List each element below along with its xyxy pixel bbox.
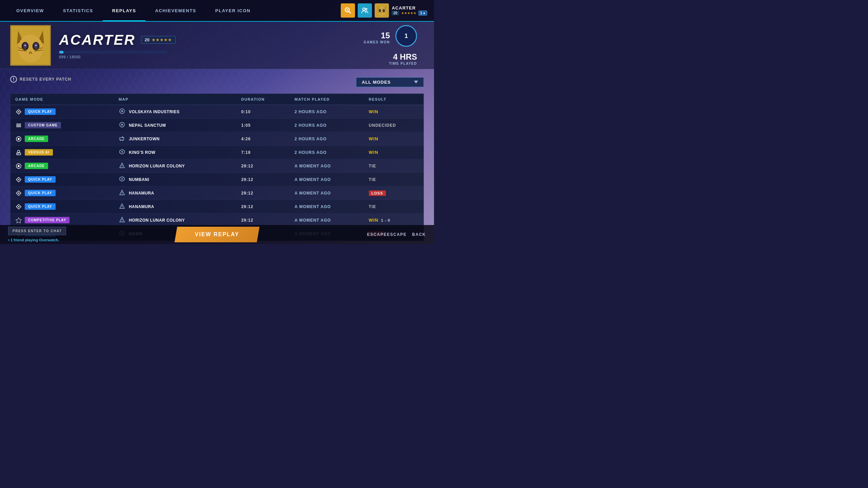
tab-replays[interactable]: REPLAYS bbox=[103, 0, 146, 21]
game-mode-cell: QUICK PLAY bbox=[11, 200, 114, 214]
mode-cell: QUICK PLAY bbox=[15, 203, 109, 210]
map-name: HORIZON LUNAR COLONY bbox=[129, 218, 185, 223]
result-cell: TIE bbox=[364, 173, 423, 186]
profile-avatar bbox=[10, 25, 51, 66]
game-mode-cell: ARCADE bbox=[11, 159, 114, 173]
main-content: ! RESETS EVERY PATCH ALL MODES GAME MODE… bbox=[0, 69, 434, 244]
table-row[interactable]: ARCADE HORIZON LUNAR COLONY 29:12A MOMEN… bbox=[11, 159, 423, 173]
map-name: NEPAL SANCTUM bbox=[129, 123, 166, 128]
profile-xp-text: 699 / 18500 bbox=[59, 55, 364, 59]
game-mode-cell: QUICK PLAY bbox=[11, 105, 114, 119]
tab-overview[interactable]: OVERVIEW bbox=[7, 0, 54, 21]
svg-marker-63 bbox=[18, 192, 20, 194]
tab-player-icon[interactable]: PLAYER ICON bbox=[206, 0, 260, 21]
duration-cell: 29:12 bbox=[236, 159, 290, 173]
resets-row: ! RESETS EVERY PATCH ALL MODES bbox=[10, 76, 424, 88]
nav-stars: ★★★★★ bbox=[401, 11, 416, 15]
result-tie: TIE bbox=[369, 177, 376, 182]
col-match-played: MATCH PLAYED bbox=[290, 94, 364, 105]
svg-point-61 bbox=[121, 178, 123, 180]
rank-number: 1 bbox=[405, 33, 408, 40]
nav-level-row: 20 ★★★★★ 1 ● bbox=[392, 11, 427, 16]
map-type-icon bbox=[119, 176, 125, 183]
map-cell: VOLSKAYA INDUSTRIES bbox=[114, 105, 237, 119]
duration-cell: 0:10 bbox=[236, 105, 290, 119]
svg-point-53 bbox=[121, 151, 123, 153]
map-cell: NEPAL SANCTUM bbox=[114, 119, 237, 132]
svg-point-46 bbox=[120, 140, 121, 141]
mode-cell: ARCADE bbox=[15, 163, 109, 169]
mode-icon bbox=[15, 203, 22, 210]
svg-point-15 bbox=[383, 10, 384, 11]
svg-point-4 bbox=[363, 8, 365, 11]
map-cell: KING'S ROW bbox=[114, 146, 237, 159]
duration-cell: 4:26 bbox=[236, 132, 290, 146]
map-cell-inner: NEPAL SANCTUM bbox=[119, 121, 232, 129]
map-type-icon bbox=[119, 108, 125, 116]
mode-icon bbox=[15, 136, 22, 142]
table-row[interactable]: CUSTOM GAME NEPAL SANCTUM 1:052 HOURS AG… bbox=[11, 119, 423, 132]
friends-icon bbox=[361, 7, 369, 14]
mode-filter-label: ALL MODES bbox=[362, 80, 391, 85]
replays-table-container: GAME MODE MAP DURATION MATCH PLAYED RESU… bbox=[10, 94, 424, 241]
map-cell-inner: HORIZON LUNAR COLONY bbox=[119, 216, 232, 224]
mode-badge: QUICK PLAY bbox=[25, 176, 56, 183]
result-tie: TIE bbox=[369, 204, 376, 209]
game-mode-cell: QUICK PLAY bbox=[11, 173, 114, 186]
match-played-cell: 2 HOURS AGO bbox=[290, 105, 364, 119]
table-row[interactable]: QUICK PLAY HANAMURA 29:12A MOMENT AGOLOS… bbox=[11, 186, 423, 200]
svg-point-29 bbox=[35, 44, 37, 46]
table-row[interactable]: VERSUS AI KING'S ROW 7:182 HOURS AGOWIN bbox=[11, 146, 423, 159]
chevron-down-icon bbox=[414, 81, 418, 83]
duration-cell: 29:12 bbox=[236, 186, 290, 200]
friends-icon-button[interactable] bbox=[358, 3, 372, 18]
mode-icon bbox=[15, 190, 22, 197]
result-win: WIN bbox=[369, 109, 378, 114]
map-type-icon bbox=[119, 216, 125, 224]
result-cell: WIN bbox=[364, 146, 423, 159]
duration-cell: 1:05 bbox=[236, 119, 290, 132]
mode-cell: QUICK PLAY bbox=[15, 190, 109, 197]
resets-text: RESETS EVERY PATCH bbox=[20, 77, 71, 82]
svg-point-14 bbox=[380, 10, 380, 11]
search-icon-button[interactable] bbox=[341, 3, 355, 18]
svg-point-55 bbox=[18, 165, 20, 167]
tab-achievements[interactable]: ACHIEVEMENTS bbox=[145, 0, 205, 21]
games-won-number: 15 bbox=[364, 31, 390, 40]
svg-point-49 bbox=[18, 150, 20, 152]
time-played-stat: 4 HRS TIME PLAYED bbox=[364, 52, 417, 65]
top-nav: OVERVIEW STATISTICS REPLAYS ACHIEVEMENTS… bbox=[0, 0, 434, 22]
table-row[interactable]: ARCADE JUNKERTOWN 4:262 HOURS AGOWIN bbox=[11, 132, 423, 146]
duration-cell: 7:18 bbox=[236, 146, 290, 159]
map-type-icon bbox=[119, 148, 125, 156]
tab-statistics[interactable]: STATISTICS bbox=[54, 0, 103, 21]
map-name: HORIZON LUNAR COLONY bbox=[129, 164, 185, 168]
mode-icon bbox=[15, 149, 22, 156]
press-enter-chat-button[interactable]: PRESS ENTER TO CHAT bbox=[8, 227, 66, 235]
duration-cell: 29:12 bbox=[236, 173, 290, 186]
xp-bar-background bbox=[59, 51, 167, 54]
table-row[interactable]: QUICK PLAY NUMBANI 29:12A MOMENT AGOTIE bbox=[11, 173, 423, 186]
search-icon bbox=[344, 7, 352, 14]
svg-point-69 bbox=[122, 207, 122, 208]
table-row[interactable]: QUICK PLAY VOLSKAYA INDUSTRIES 0:102 HOU… bbox=[11, 105, 423, 119]
rank-circle: 1 bbox=[395, 25, 417, 47]
mode-badge: QUICK PLAY bbox=[25, 190, 56, 196]
xp-bar-container: 699 / 18500 bbox=[59, 51, 364, 59]
nav-avatar bbox=[375, 3, 389, 18]
map-cell: HANAMURA bbox=[114, 186, 237, 200]
escape-button[interactable]: ESCAPE bbox=[367, 232, 407, 237]
col-game-mode: GAME MODE bbox=[11, 94, 114, 105]
view-replay-button[interactable]: VIEW REPLAY bbox=[175, 227, 260, 242]
back-button[interactable]: BACK bbox=[412, 232, 426, 237]
xp-bar-fill bbox=[59, 51, 63, 54]
table-row[interactable]: QUICK PLAY HANAMURA 29:12A MOMENT AGOTIE bbox=[11, 200, 423, 214]
result-tie: TIE bbox=[369, 164, 376, 168]
mode-filter-dropdown[interactable]: ALL MODES bbox=[356, 77, 424, 87]
map-name: JUNKERTOWN bbox=[129, 137, 160, 141]
profile-stats-right: 15 GAMES WON 1 4 HRS TIME PLAYED bbox=[364, 25, 417, 65]
mode-badge: QUICK PLAY bbox=[25, 203, 56, 210]
svg-marker-70 bbox=[16, 218, 22, 223]
result-cell: WIN bbox=[364, 105, 423, 119]
map-name: VOLSKAYA INDUSTRIES bbox=[129, 109, 180, 114]
